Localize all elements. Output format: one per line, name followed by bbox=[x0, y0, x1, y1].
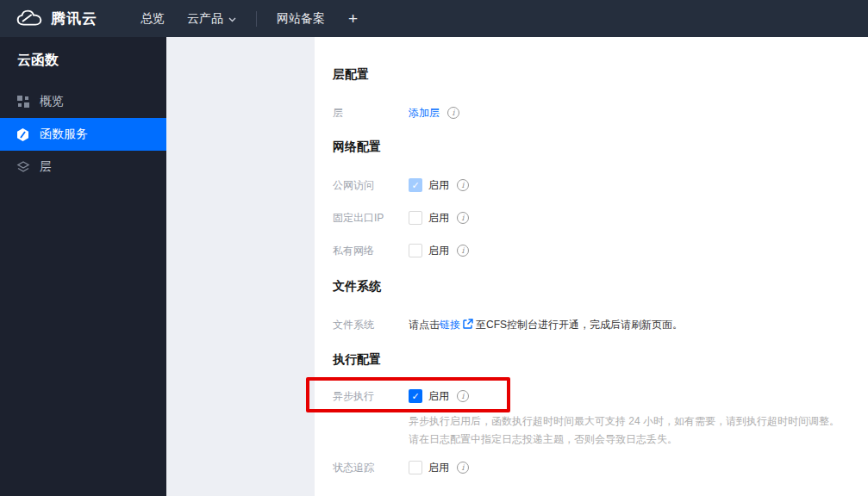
status-tracking-row: 状态追踪 启用 i bbox=[333, 451, 868, 484]
collapsed-subpanel bbox=[166, 37, 315, 496]
async-execution-helper-text: 异步执行启用后，函数执行超时时间最大可支持 24 小时，如有需要，请到执行超时时… bbox=[409, 412, 868, 449]
enable-label: 启用 bbox=[428, 461, 449, 475]
sidebar-item-layer[interactable]: 层 bbox=[0, 151, 166, 183]
enable-label: 启用 bbox=[428, 211, 449, 226]
brand-name: 腾讯云 bbox=[51, 9, 97, 28]
helper-line-1: 异步执行启用后，函数执行超时时间最大可支持 24 小时，如有需要，请到执行超时时… bbox=[409, 412, 868, 431]
cfs-console-link[interactable]: 链接 bbox=[440, 319, 460, 331]
sidebar-item-label: 函数服务 bbox=[40, 127, 88, 142]
section-heading-layer-config: 层配置 bbox=[333, 66, 868, 82]
chevron-down-icon bbox=[228, 17, 236, 22]
topnav: 总览 云产品 网站备案 + bbox=[129, 0, 370, 37]
private-network-label: 私有网络 bbox=[333, 244, 409, 258]
section-heading-network-config: 网络配置 bbox=[333, 139, 868, 154]
check-icon: ✓ bbox=[411, 181, 419, 190]
sidebar: 云函数 概览 bbox=[0, 37, 166, 496]
info-icon[interactable]: i bbox=[457, 212, 469, 224]
nav-overview[interactable]: 总览 bbox=[129, 0, 176, 37]
topbar: 腾讯云 总览 云产品 网站备案 + bbox=[0, 0, 868, 37]
enable-label: 启用 bbox=[428, 178, 449, 193]
tencent-cloud-logo-icon bbox=[16, 9, 43, 28]
layers-icon bbox=[16, 160, 30, 175]
fixed-egress-ip-label: 固定出口IP bbox=[333, 211, 409, 226]
sidebar-item-overview[interactable]: 概览 bbox=[0, 85, 166, 118]
async-execution-checkbox[interactable]: ✓ bbox=[409, 389, 422, 403]
sidebar-item-function-service[interactable]: 函数服务 bbox=[0, 118, 166, 151]
check-icon: ✓ bbox=[411, 392, 419, 401]
enable-label: 启用 bbox=[428, 244, 449, 258]
sidebar-item-label: 层 bbox=[40, 159, 52, 175]
enable-label: 启用 bbox=[428, 389, 449, 404]
status-tracking-checkbox[interactable] bbox=[409, 461, 422, 474]
public-network-label: 公网访问 bbox=[333, 178, 409, 193]
file-system-row: 文件系统 请点击链接至CFS控制台进行开通，完成后请刷新页面。 bbox=[333, 308, 868, 341]
layer-label: 层 bbox=[333, 106, 409, 121]
helper-line-2: 请在日志配置中指定日志投递主题，否则会导致日志丢失。 bbox=[409, 431, 868, 449]
external-link-icon bbox=[463, 319, 473, 329]
section-heading-execution-config: 执行配置 bbox=[333, 351, 868, 367]
nav-add-tab-button[interactable]: + bbox=[336, 9, 370, 28]
nav-website-icp[interactable]: 网站备案 bbox=[265, 0, 336, 37]
async-execution-row: 异步执行 ✓ 启用 i bbox=[333, 380, 868, 412]
info-icon[interactable]: i bbox=[457, 179, 469, 191]
info-icon[interactable]: i bbox=[457, 462, 469, 474]
grid-overview-icon bbox=[16, 95, 30, 109]
brand[interactable]: 腾讯云 bbox=[0, 9, 97, 28]
sidebar-title: 云函数 bbox=[0, 37, 166, 71]
info-icon[interactable]: i bbox=[457, 245, 469, 257]
private-network-row: 私有网络 启用 i bbox=[333, 234, 868, 267]
fixed-egress-ip-checkbox[interactable] bbox=[409, 211, 422, 225]
async-execution-label: 异步执行 bbox=[333, 389, 409, 404]
function-config-panel: 层配置 层 添加层 i 网络配置 公网访问 ✓ 启用 i 固定出口IP 启用 i… bbox=[315, 37, 868, 496]
add-layer-link[interactable]: 添加层 bbox=[409, 106, 440, 121]
nav-cloud-products[interactable]: 云产品 bbox=[176, 0, 247, 37]
nav-separator bbox=[256, 11, 257, 27]
file-system-label: 文件系统 bbox=[333, 318, 409, 332]
layer-row: 层 添加层 i bbox=[333, 96, 868, 129]
fixed-egress-ip-row: 固定出口IP 启用 i bbox=[333, 202, 868, 234]
section-heading-file-system: 文件系统 bbox=[333, 278, 868, 294]
sidebar-item-label: 概览 bbox=[40, 94, 64, 109]
scf-hexagon-icon bbox=[16, 127, 30, 142]
public-network-checkbox[interactable]: ✓ bbox=[409, 178, 422, 192]
info-icon[interactable]: i bbox=[447, 107, 459, 119]
status-tracking-label: 状态追踪 bbox=[333, 461, 409, 475]
public-network-row: 公网访问 ✓ 启用 i bbox=[333, 169, 868, 202]
private-network-checkbox[interactable] bbox=[409, 244, 422, 257]
file-system-hint: 请点击链接至CFS控制台进行开通，完成后请刷新页面。 bbox=[409, 318, 683, 332]
info-icon[interactable]: i bbox=[457, 390, 469, 402]
